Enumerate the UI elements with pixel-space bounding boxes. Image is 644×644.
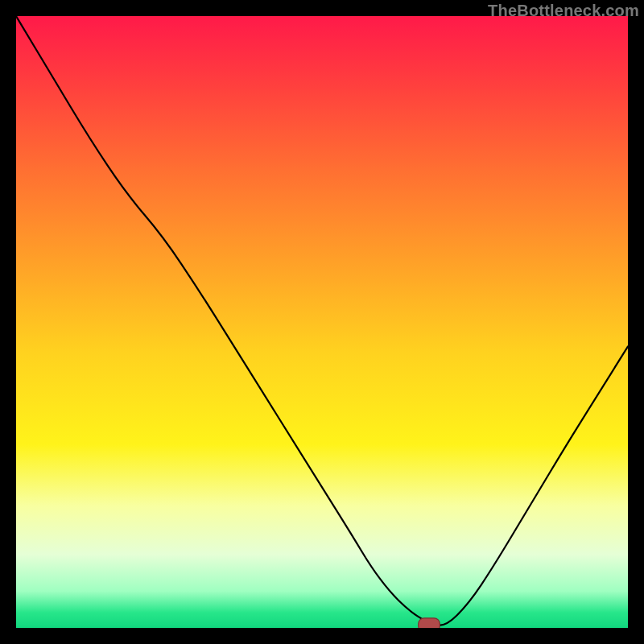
optimal-point-marker	[419, 618, 440, 628]
watermark-text: TheBottleneck.com	[488, 2, 639, 20]
chart-background-gradient	[16, 16, 628, 628]
chart-plot-area	[16, 16, 628, 628]
chart-svg	[16, 16, 628, 628]
